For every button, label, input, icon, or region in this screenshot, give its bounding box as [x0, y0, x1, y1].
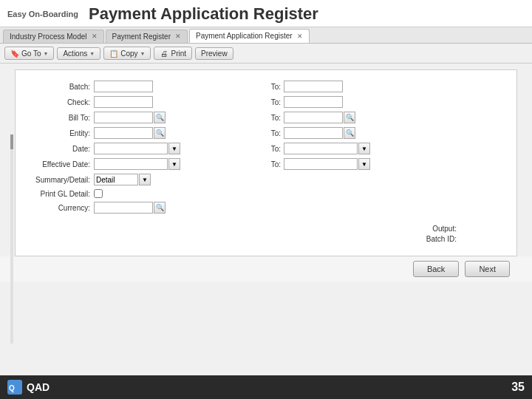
output-section: Output: Batch ID:	[27, 225, 505, 245]
bill-to-row: Bill To: 🔍	[27, 112, 180, 123]
print-gl-detail-checkbox[interactable]	[94, 189, 103, 198]
tab-label: Industry Process Model	[10, 33, 87, 41]
to-2-row: To:	[262, 96, 370, 108]
tab-close-icon[interactable]: ✕	[92, 33, 98, 40]
entity-row: Entity: 🔍	[27, 127, 180, 139]
to-6-dropdown-button[interactable]: ▼	[358, 158, 370, 170]
to-5-dropdown-button[interactable]: ▼	[358, 143, 370, 154]
currency-input[interactable]	[94, 202, 153, 214]
tab-close-icon[interactable]: ✕	[175, 33, 181, 40]
footer-page-number: 35	[511, 381, 525, 394]
batch-id-label: Batch ID:	[412, 235, 457, 243]
check-label: Check:	[27, 98, 94, 106]
toolbar: 🔖 Go To ▼ Actions ▼ 📋 Copy ▼ 🖨 Print Pre…	[0, 44, 532, 64]
goto-arrow-icon: ▼	[44, 51, 49, 56]
to-1-row: To:	[262, 81, 370, 92]
tab-bar: Industry Process Model ✕ Payment Registe…	[0, 27, 532, 44]
bill-to-search-button[interactable]: 🔍	[154, 112, 166, 123]
actions-arrow-icon: ▼	[89, 51, 95, 56]
copy-button[interactable]: 📋 Copy ▼	[103, 47, 151, 60]
brand-label: Easy On-Boarding	[7, 10, 78, 18]
to-1-input[interactable]	[284, 81, 343, 92]
tab-close-icon[interactable]: ✕	[297, 33, 303, 40]
tab-industry-process-model[interactable]: Industry Process Model ✕	[3, 30, 104, 43]
left-form-col: Batch: Check: Bill To: 🔍	[27, 81, 180, 217]
right-form-col: To: To: To: 🔍	[262, 81, 370, 217]
batch-row: Batch:	[27, 81, 180, 92]
to-5-row: To: ▼	[262, 143, 370, 154]
print-gl-detail-row: Print GL Detail:	[27, 189, 180, 198]
bill-to-input[interactable]	[94, 112, 153, 123]
batch-label: Batch:	[27, 83, 94, 91]
goto-icon: 🔖	[10, 49, 19, 58]
qad-logo-icon: Q	[7, 380, 22, 395]
bottom-nav: Back Next	[0, 256, 532, 282]
summary-detail-row: Summary/Detail: ▼	[27, 174, 180, 185]
effective-date-label: Effective Date:	[27, 160, 94, 168]
to-6-input[interactable]	[284, 158, 358, 170]
goto-button[interactable]: 🔖 Go To ▼	[4, 47, 54, 60]
currency-row: Currency: 🔍	[27, 202, 180, 214]
to-4-row: To: 🔍	[262, 127, 370, 139]
scrollbar[interactable]	[10, 134, 13, 344]
output-row: Output:	[412, 225, 460, 233]
content-area: Batch: Check: Bill To: 🔍	[0, 64, 532, 375]
header: Easy On-Boarding Payment Application Reg…	[0, 0, 532, 27]
back-button[interactable]: Back	[413, 261, 459, 277]
to-1-label: To:	[262, 83, 284, 91]
tab-label: Payment Register	[112, 33, 171, 41]
actions-button[interactable]: Actions ▼	[57, 47, 100, 60]
entity-label: Entity:	[27, 129, 94, 137]
summary-detail-label: Summary/Detail:	[27, 176, 94, 184]
batch-input[interactable]	[94, 81, 153, 92]
date-label: Date:	[27, 145, 94, 153]
next-button[interactable]: Next	[465, 261, 510, 277]
currency-label: Currency:	[27, 204, 94, 212]
print-gl-detail-label: Print GL Detail:	[27, 190, 94, 198]
to-3-search-button[interactable]: 🔍	[344, 112, 355, 123]
footer-logo-text: QAD	[27, 381, 50, 393]
check-row: Check:	[27, 96, 180, 108]
print-button[interactable]: 🖨 Print	[154, 47, 192, 60]
footer-logo: Q QAD	[7, 380, 50, 395]
form-panel: Batch: Check: Bill To: 🔍	[15, 69, 517, 256]
svg-text:Q: Q	[9, 384, 15, 392]
page-wrapper: Easy On-Boarding Payment Application Reg…	[0, 0, 532, 399]
effective-date-dropdown-button[interactable]: ▼	[168, 158, 180, 170]
date-input[interactable]	[94, 143, 168, 154]
copy-arrow-icon: ▼	[140, 51, 146, 56]
scroll-thumb[interactable]	[10, 134, 13, 149]
date-dropdown-button[interactable]: ▼	[168, 143, 180, 154]
currency-search-button[interactable]: 🔍	[154, 202, 166, 214]
batch-id-row: Batch ID:	[412, 235, 460, 243]
to-6-row: To: ▼	[262, 158, 370, 170]
summary-detail-input[interactable]	[94, 174, 138, 185]
to-4-search-button[interactable]: 🔍	[344, 127, 355, 139]
bill-to-label: Bill To:	[27, 114, 94, 122]
entity-search-button[interactable]: 🔍	[154, 127, 166, 139]
effective-date-row: Effective Date: ▼	[27, 158, 180, 170]
copy-icon: 📋	[109, 49, 118, 58]
effective-date-input[interactable]	[94, 158, 168, 170]
to-3-label: To:	[262, 114, 284, 122]
to-5-label: To:	[262, 145, 284, 153]
tab-payment-application-register[interactable]: Payment Application Register ✕	[189, 29, 310, 43]
tab-payment-register[interactable]: Payment Register ✕	[106, 30, 188, 43]
date-row: Date: ▼	[27, 143, 180, 154]
print-icon: 🖨	[160, 49, 168, 58]
footer: Q QAD 35	[0, 375, 532, 399]
to-4-label: To:	[262, 129, 284, 137]
check-input[interactable]	[94, 96, 153, 108]
output-label: Output:	[412, 225, 457, 233]
to-2-input[interactable]	[284, 96, 343, 108]
to-2-label: To:	[262, 98, 284, 106]
preview-button[interactable]: Preview	[195, 47, 233, 60]
to-4-input[interactable]	[284, 127, 343, 139]
to-6-label: To:	[262, 160, 284, 168]
entity-input[interactable]	[94, 127, 153, 139]
to-5-input[interactable]	[284, 143, 358, 154]
to-3-input[interactable]	[284, 112, 343, 123]
tab-label: Payment Application Register	[196, 32, 293, 40]
to-3-row: To: 🔍	[262, 112, 370, 123]
summary-detail-dropdown-button[interactable]: ▼	[139, 174, 151, 185]
